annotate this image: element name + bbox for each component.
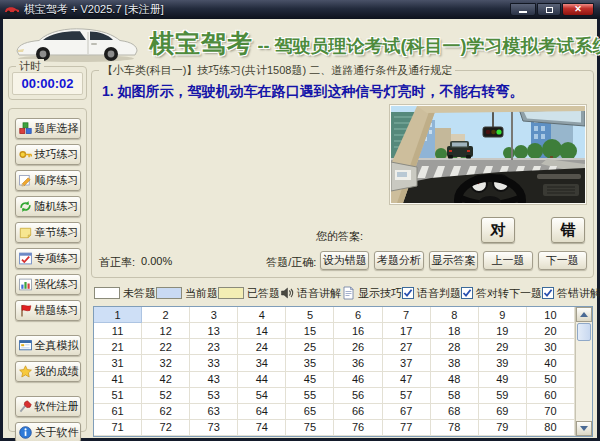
question-number-cell[interactable]: 64 [238,404,286,420]
question-number-cell[interactable]: 62 [142,404,190,420]
question-number-cell[interactable]: 46 [334,372,382,388]
question-number-cell[interactable]: 60 [527,388,575,404]
question-number-cell[interactable]: 52 [142,388,190,404]
scroll-down-button[interactable] [576,421,592,436]
question-number-cell[interactable]: 22 [142,339,190,355]
question-number-cell[interactable]: 73 [190,420,238,436]
question-number-cell[interactable]: 11 [94,323,142,339]
question-number-cell[interactable]: 58 [431,388,479,404]
sidebar-button-intensive-practice[interactable]: 强化练习 [15,274,81,295]
sidebar-button-special-practice[interactable]: 专项练习 [15,248,81,269]
question-number-cell[interactable]: 78 [431,420,479,436]
question-number-cell[interactable]: 80 [527,420,575,436]
question-number-cell[interactable]: 14 [238,323,286,339]
question-number-cell[interactable]: 50 [527,372,575,388]
question-number-cell[interactable]: 8 [431,307,479,323]
maximize-button[interactable] [537,3,561,16]
sidebar-button-my-scores[interactable]: 我的成绩 [15,361,81,382]
question-number-cell[interactable]: 25 [286,339,334,355]
question-number-cell[interactable]: 9 [479,307,527,323]
question-number-cell[interactable]: 36 [334,355,382,371]
question-number-cell[interactable]: 30 [527,339,575,355]
question-number-cell[interactable]: 27 [383,339,431,355]
question-number-cell[interactable]: 7 [383,307,431,323]
question-number-cell[interactable]: 39 [479,355,527,371]
legend-checkbox[interactable] [461,287,473,299]
question-number-cell[interactable]: 23 [190,339,238,355]
prev-question-button[interactable]: 上一题 [483,251,532,270]
question-number-cell[interactable]: 76 [334,420,382,436]
question-number-cell[interactable]: 72 [142,420,190,436]
question-number-cell[interactable]: 70 [527,404,575,420]
question-number-cell[interactable]: 57 [383,388,431,404]
question-number-cell[interactable]: 74 [238,420,286,436]
question-number-cell[interactable]: 34 [238,355,286,371]
question-number-cell[interactable]: 24 [238,339,286,355]
question-number-cell[interactable]: 3 [190,307,238,323]
question-number-cell[interactable]: 13 [190,323,238,339]
question-analysis-button[interactable]: 考题分析 [374,251,423,270]
question-number-cell[interactable]: 56 [334,388,382,404]
minimize-button[interactable] [510,3,536,16]
question-number-cell[interactable]: 59 [479,388,527,404]
question-number-cell[interactable]: 63 [190,404,238,420]
set-wrong-question-button[interactable]: 设为错题 [320,251,369,270]
sidebar-button-full-simulation[interactable]: 全真模拟 [15,335,81,356]
question-number-cell[interactable]: 10 [527,307,575,323]
next-question-button[interactable]: 下一题 [538,251,587,270]
question-number-cell[interactable]: 33 [190,355,238,371]
question-number-cell[interactable]: 67 [383,404,431,420]
question-number-cell[interactable]: 71 [94,420,142,436]
question-number-cell[interactable]: 6 [334,307,382,323]
question-number-cell[interactable]: 35 [286,355,334,371]
question-number-cell[interactable]: 28 [431,339,479,355]
legend-checkbox[interactable] [402,287,414,299]
question-number-cell[interactable]: 17 [383,323,431,339]
sidebar-button-chapter-practice[interactable]: 章节练习 [15,222,81,243]
question-number-cell[interactable]: 65 [286,404,334,420]
question-number-cell[interactable]: 38 [431,355,479,371]
question-number-cell[interactable]: 53 [190,388,238,404]
question-number-cell[interactable]: 79 [479,420,527,436]
sidebar-button-skill-practice[interactable]: 技巧练习 [15,144,81,165]
answer-wrong-button[interactable]: 错 [551,217,585,243]
sidebar-button-random-practice[interactable]: 随机练习 [15,196,81,217]
answer-correct-button[interactable]: 对 [481,217,515,243]
question-number-cell[interactable]: 47 [383,372,431,388]
question-number-cell[interactable]: 32 [142,355,190,371]
question-number-cell[interactable]: 54 [238,388,286,404]
question-number-cell[interactable]: 43 [190,372,238,388]
question-number-cell[interactable]: 29 [479,339,527,355]
legend-checkbox[interactable] [542,287,554,299]
show-answer-button[interactable]: 显示答案 [429,251,478,270]
legend-voice-judge[interactable]: 语音判题 [402,286,461,301]
question-number-cell[interactable]: 44 [238,372,286,388]
question-number-cell[interactable]: 49 [479,372,527,388]
question-number-cell[interactable]: 61 [94,404,142,420]
question-number-cell[interactable]: 41 [94,372,142,388]
sidebar-button-about-software[interactable]: 关于软件 [15,422,81,441]
question-number-cell[interactable]: 37 [383,355,431,371]
question-number-cell[interactable]: 42 [142,372,190,388]
question-number-cell[interactable]: 66 [334,404,382,420]
question-number-cell[interactable]: 55 [286,388,334,404]
question-number-cell[interactable]: 4 [238,307,286,323]
sidebar-button-question-bank-select[interactable]: 题库选择 [15,118,81,139]
question-number-cell[interactable]: 18 [431,323,479,339]
question-number-cell[interactable]: 21 [94,339,142,355]
question-number-cell[interactable]: 19 [479,323,527,339]
question-number-cell[interactable]: 31 [94,355,142,371]
question-number-cell[interactable]: 2 [142,307,190,323]
close-button[interactable]: ✕ [562,3,594,16]
legend-auto-next-on-correct[interactable]: 答对转下一题 [461,286,542,301]
question-number-cell[interactable]: 68 [431,404,479,420]
legend-explain-on-wrong[interactable]: 答错讲解技巧 [542,286,600,301]
question-number-cell[interactable]: 45 [286,372,334,388]
question-number-cell[interactable]: 5 [286,307,334,323]
sidebar-button-sequential-practice[interactable]: 顺序练习 [15,170,81,191]
question-number-cell[interactable]: 51 [94,388,142,404]
question-number-cell[interactable]: 75 [286,420,334,436]
question-number-cell[interactable]: 26 [334,339,382,355]
sidebar-button-software-register[interactable]: 软件注册 [15,396,81,417]
question-number-cell[interactable]: 69 [479,404,527,420]
